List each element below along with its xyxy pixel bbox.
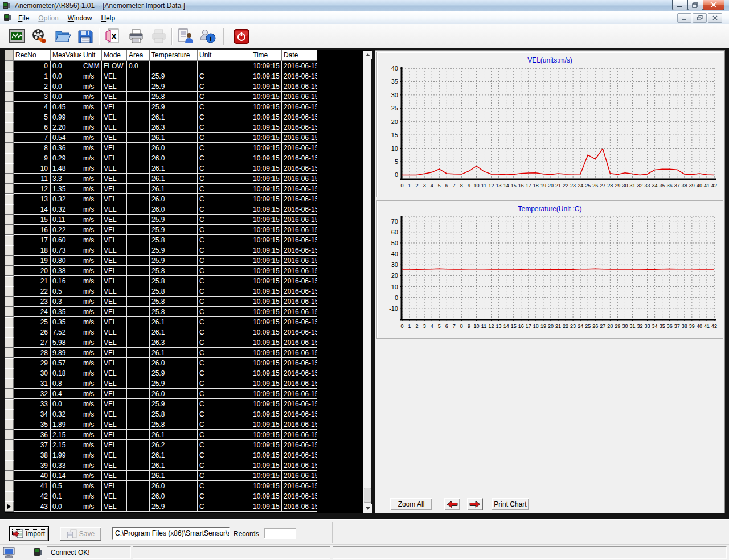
scroll-down-button[interactable] <box>363 504 372 513</box>
table-row[interactable]: 190.80m/sVEL25.9C10:09:152016-06-15 <box>5 256 371 266</box>
scroll-right-button[interactable] <box>467 498 483 510</box>
table-row[interactable]: 00.0CMMFLOW0.010:09:152016-06-15 <box>5 61 371 71</box>
device-report-icon[interactable] <box>175 26 196 47</box>
import-button[interactable]: Import <box>10 527 48 541</box>
row-selector[interactable] <box>5 460 14 471</box>
row-selector[interactable] <box>5 81 14 92</box>
table-row[interactable]: 113.3m/sVEL26.1C10:09:152016-06-15 <box>5 174 371 184</box>
maximize-button[interactable] <box>687 0 703 10</box>
save-file-icon[interactable] <box>75 26 96 47</box>
row-selector[interactable] <box>5 174 14 184</box>
media-import-icon[interactable] <box>28 26 49 47</box>
table-row[interactable]: 62.20m/sVEL26.3C10:09:152016-06-15 <box>5 122 371 133</box>
records-count-field[interactable] <box>264 528 296 539</box>
table-row[interactable]: 330.0m/sVEL25.9C10:09:152016-06-15 <box>5 399 371 409</box>
close-button[interactable] <box>703 0 724 10</box>
row-selector[interactable] <box>5 266 14 276</box>
file-path-field[interactable]: C:\Program Files (x86)\SmartSensor\anemo <box>112 527 230 540</box>
mdi-close-button[interactable] <box>708 13 722 23</box>
scroll-left-button[interactable] <box>444 498 460 510</box>
table-row[interactable]: 290.57m/sVEL26.0C10:09:152016-06-15 <box>5 358 371 368</box>
zoom-all-button[interactable]: Zoom All <box>390 498 432 510</box>
table-row[interactable]: 390.33m/sVEL26.1C10:09:152016-06-15 <box>5 460 371 471</box>
print-icon[interactable] <box>126 26 146 47</box>
row-selector[interactable] <box>5 112 14 122</box>
table-row[interactable]: 267.52m/sVEL26.1C10:09:152016-06-15 <box>5 327 371 337</box>
row-selector[interactable] <box>5 256 14 266</box>
row-selector[interactable] <box>5 307 14 317</box>
row-selector[interactable] <box>5 245 14 256</box>
table-row[interactable]: 310.8m/sVEL25.9C10:09:152016-06-15 <box>5 378 371 389</box>
column-header-area-4[interactable]: Area <box>127 50 150 61</box>
table-row[interactable]: 150.11m/sVEL25.9C10:09:152016-06-15 <box>5 215 371 225</box>
exit-power-icon[interactable] <box>231 26 252 47</box>
row-selector[interactable] <box>5 348 14 358</box>
row-selector[interactable] <box>5 163 14 174</box>
table-row[interactable]: 70.54m/sVEL26.1C10:09:152016-06-15 <box>5 133 371 143</box>
row-selector[interactable] <box>5 471 14 481</box>
table-row[interactable]: 80.36m/sVEL26.0C10:09:152016-06-15 <box>5 143 371 153</box>
export-excel-icon[interactable]: X <box>103 26 123 47</box>
row-selector[interactable] <box>5 481 14 491</box>
table-row[interactable]: 10.0m/sVEL25.9C10:09:152016-06-15 <box>5 71 371 81</box>
table-row[interactable]: 250.35m/sVEL26.1C10:09:152016-06-15 <box>5 317 371 327</box>
table-row[interactable]: 351.89m/sVEL25.8C10:09:152016-06-15 <box>5 419 371 430</box>
row-selector[interactable] <box>5 450 14 460</box>
table-row[interactable]: 140.32m/sVEL26.0C10:09:152016-06-15 <box>5 204 371 215</box>
menu-help[interactable]: Help <box>96 13 120 24</box>
waveform-monitor-icon[interactable] <box>7 26 27 47</box>
column-header-time-7[interactable]: Time <box>251 50 282 61</box>
table-row[interactable]: 101.48m/sVEL26.1C10:09:152016-06-15 <box>5 163 371 174</box>
open-file-icon[interactable] <box>52 26 73 47</box>
column-header-unit-2[interactable]: Unit <box>81 50 102 61</box>
column-header-mode-3[interactable]: Mode <box>102 50 127 61</box>
row-selector[interactable] <box>5 440 14 450</box>
table-row[interactable]: 90.29m/sVEL26.0C10:09:152016-06-15 <box>5 153 371 163</box>
row-selector[interactable] <box>5 491 14 501</box>
vertical-scrollbar[interactable] <box>363 51 371 513</box>
column-header-recno-0[interactable]: RecNo <box>14 50 51 61</box>
column-header-date-8[interactable]: Date <box>282 50 317 61</box>
table-row[interactable]: 289.89m/sVEL26.1C10:09:152016-06-15 <box>5 348 371 358</box>
table-row[interactable]: 300.18m/sVEL25.9C10:09:152016-06-15 <box>5 368 371 378</box>
row-selector[interactable] <box>5 225 14 235</box>
current-row-indicator[interactable] <box>5 501 14 512</box>
table-row[interactable]: 430.0m/sVEL25.9C10:09:152016-06-15 <box>5 501 371 512</box>
row-selector[interactable] <box>5 286 14 297</box>
row-selector[interactable] <box>5 143 14 153</box>
row-selector[interactable] <box>5 153 14 163</box>
table-row[interactable]: 40.45m/sVEL25.9C10:09:152016-06-15 <box>5 102 371 112</box>
table-row[interactable]: 210.16m/sVEL25.8C10:09:152016-06-15 <box>5 276 371 286</box>
device-info-icon[interactable]: i <box>198 26 218 47</box>
table-row[interactable]: 230.3m/sVEL25.8C10:09:152016-06-15 <box>5 297 371 307</box>
table-row[interactable]: 340.32m/sVEL25.8C10:09:152016-06-15 <box>5 409 371 419</box>
mdi-restore-button[interactable] <box>693 13 707 23</box>
table-row[interactable]: 50.99m/sVEL26.1C10:09:152016-06-15 <box>5 112 371 122</box>
row-selector[interactable] <box>5 430 14 440</box>
row-selector[interactable] <box>5 297 14 307</box>
table-row[interactable]: 372.15m/sVEL26.2C10:09:152016-06-15 <box>5 440 371 450</box>
table-row[interactable]: 420.1m/sVEL26.0C10:09:152016-06-15 <box>5 491 371 501</box>
row-selector[interactable] <box>5 133 14 143</box>
row-selector[interactable] <box>5 368 14 378</box>
row-selector[interactable] <box>5 409 14 419</box>
row-selector[interactable] <box>5 71 14 81</box>
table-row[interactable]: 30.0m/sVEL25.8C10:09:152016-06-15 <box>5 92 371 102</box>
table-row[interactable]: 240.35m/sVEL25.8C10:09:152016-06-15 <box>5 307 371 317</box>
row-selector[interactable] <box>5 184 14 194</box>
column-header-meavalue-1[interactable]: MeaValue <box>51 50 81 61</box>
row-selector[interactable] <box>5 92 14 102</box>
row-selector[interactable] <box>5 122 14 133</box>
row-selector[interactable] <box>5 419 14 430</box>
row-selector[interactable] <box>5 337 14 348</box>
table-row[interactable]: 121.35m/sVEL26.1C10:09:152016-06-15 <box>5 184 371 194</box>
row-selector[interactable] <box>5 102 14 112</box>
row-selector[interactable] <box>5 61 14 71</box>
table-row[interactable]: 200.38m/sVEL25.8C10:09:152016-06-15 <box>5 266 371 276</box>
table-row[interactable]: 160.22m/sVEL25.9C10:09:152016-06-15 <box>5 225 371 235</box>
row-selector[interactable] <box>5 358 14 368</box>
row-selector[interactable] <box>5 317 14 327</box>
menu-option[interactable]: Option <box>34 13 63 24</box>
row-selector[interactable] <box>5 399 14 409</box>
table-row[interactable]: 275.98m/sVEL26.3C10:09:152016-06-15 <box>5 337 371 348</box>
